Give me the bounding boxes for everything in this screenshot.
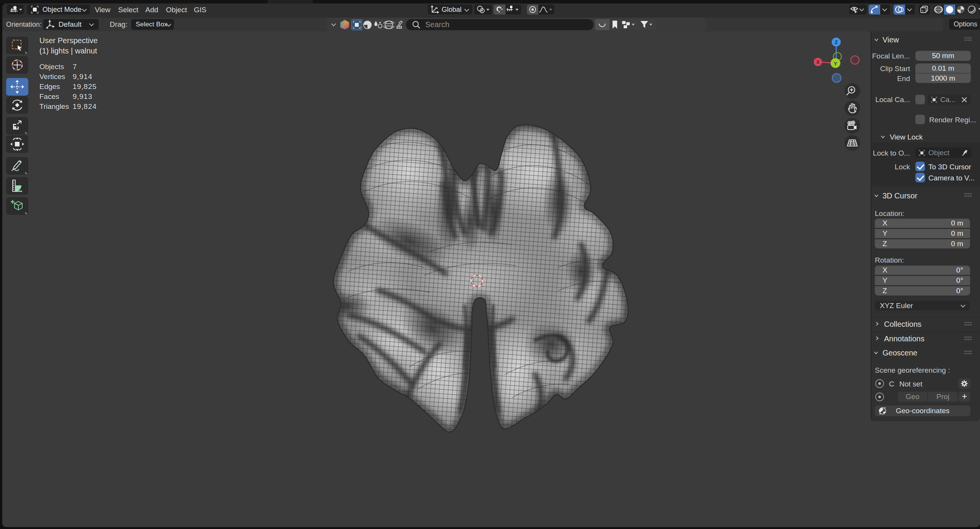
svg-text:Z: Z (835, 39, 838, 45)
svg-text:X: X (816, 59, 820, 65)
